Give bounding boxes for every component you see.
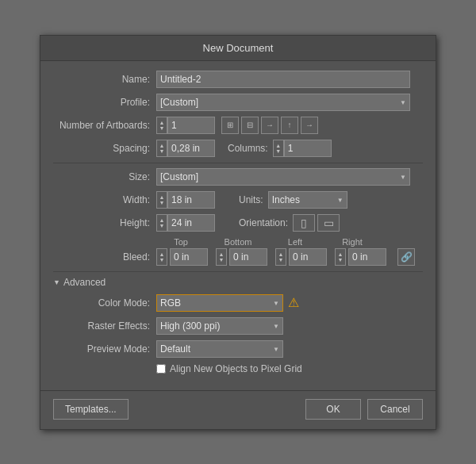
bleed-group: ▲ ▼ ▲ ▼ ▲ ▼ xyxy=(156,248,415,266)
btn-right-group: OK Cancel xyxy=(305,399,423,420)
columns-spinner: ▲ ▼ xyxy=(273,140,332,157)
artboards-input[interactable] xyxy=(167,117,215,134)
bleed-left-spinner-btn[interactable]: ▲ ▼ xyxy=(275,248,286,266)
align-checkbox-label: Align New Objects to Pixel Grid xyxy=(170,363,302,374)
advanced-arrow-icon: ▼ xyxy=(53,278,60,286)
preview-row: Preview Mode: Default xyxy=(61,340,423,358)
size-row: Size: [Custom] xyxy=(53,168,423,186)
preview-select-wrapper: Default xyxy=(156,340,283,358)
artboard-icons-group: ⊞ ⊟ → ↑ → xyxy=(221,117,318,134)
orientation-label: Orientation: xyxy=(239,217,288,228)
warning-icon: ⚠ xyxy=(288,295,299,310)
raster-select[interactable]: High (300 ppi) xyxy=(156,317,283,335)
bleed-right-spinner-btn[interactable]: ▲ ▼ xyxy=(335,248,346,266)
spacing-row: Spacing: ▲ ▼ Columns: ▲ ▼ xyxy=(53,140,423,157)
dialog-title: New Document xyxy=(40,36,436,61)
bleed-row: Bleed: ▲ ▼ ▲ ▼ xyxy=(53,248,423,266)
profile-select[interactable]: [Custom] xyxy=(156,94,410,111)
artboards-label: Number of Artboards: xyxy=(53,120,156,131)
bleed-bottom-col-label: Bottom xyxy=(213,237,263,247)
columns-input[interactable] xyxy=(284,140,332,157)
bleed-right-item: ▲ ▼ xyxy=(335,248,386,266)
size-select-wrapper: [Custom] xyxy=(156,168,410,186)
portrait-btn[interactable]: ▯ xyxy=(293,214,315,232)
units-select-wrapper: Inches xyxy=(268,191,347,209)
bleed-labels-row: Top Bottom Left Right xyxy=(53,237,423,247)
bleed-left-col-label: Left xyxy=(271,237,320,247)
artboard-row-icon[interactable]: ⊟ xyxy=(241,117,259,134)
artboards-spinner: ▲ ▼ xyxy=(156,117,215,134)
bleed-left-input[interactable] xyxy=(289,248,327,266)
bleed-top-input[interactable] xyxy=(170,248,208,266)
width-input[interactable] xyxy=(167,191,215,209)
name-row: Name: xyxy=(53,71,423,88)
preview-select[interactable]: Default xyxy=(156,340,283,358)
bleed-link-icon[interactable]: 🔗 xyxy=(397,248,415,266)
spacing-label: Spacing: xyxy=(53,143,156,154)
units-select[interactable]: Inches xyxy=(268,191,347,209)
landscape-btn[interactable]: ▭ xyxy=(317,214,340,232)
width-spinner: ▲ ▼ xyxy=(156,191,215,209)
profile-label: Profile: xyxy=(53,97,156,108)
advanced-content: Color Mode: RGB CMYK ⚠ Raster Effects: xyxy=(53,294,423,374)
artboard-arrange-left-icon[interactable]: ↑ xyxy=(281,117,298,134)
units-label: Units: xyxy=(239,194,263,205)
spacing-spinner: ▲ ▼ xyxy=(156,140,215,157)
bleed-top-item: ▲ ▼ xyxy=(156,248,208,266)
size-label: Size: xyxy=(53,171,156,182)
artboards-row: Number of Artboards: ▲ ▼ ⊞ ⊟ → ↑ → xyxy=(53,117,423,134)
height-input[interactable] xyxy=(167,214,215,232)
color-mode-select[interactable]: RGB CMYK xyxy=(156,294,283,312)
artboard-grid-icon[interactable]: ⊞ xyxy=(221,117,239,134)
profile-select-wrapper: [Custom] xyxy=(156,94,410,111)
raster-row: Raster Effects: High (300 ppi) xyxy=(61,317,423,335)
height-spinner-btn[interactable]: ▲ ▼ xyxy=(156,214,167,232)
name-input[interactable] xyxy=(156,71,410,88)
dialog-footer: Templates... OK Cancel xyxy=(40,390,436,429)
bleed-top-col-label: Top xyxy=(156,237,205,247)
columns-label: Columns: xyxy=(228,143,268,154)
bleed-label: Bleed: xyxy=(53,251,156,263)
preview-label: Preview Mode: xyxy=(61,343,156,355)
width-row: Width: ▲ ▼ Units: Inches xyxy=(53,191,423,209)
artboard-arrange-right-icon[interactable]: → xyxy=(261,117,278,134)
profile-row: Profile: [Custom] xyxy=(53,94,423,111)
align-checkbox[interactable] xyxy=(156,364,166,374)
align-checkbox-row: Align New Objects to Pixel Grid xyxy=(61,363,423,374)
cancel-button[interactable]: Cancel xyxy=(367,399,423,420)
width-label: Width: xyxy=(53,194,156,205)
height-label: Height: xyxy=(53,217,156,228)
color-mode-row: Color Mode: RGB CMYK ⚠ xyxy=(61,294,423,312)
bleed-bottom-input[interactable] xyxy=(229,248,267,266)
bleed-bottom-item: ▲ ▼ xyxy=(216,248,267,266)
width-spinner-btn[interactable]: ▲ ▼ xyxy=(156,191,167,209)
bleed-right-col-label: Right xyxy=(328,237,377,247)
new-document-dialog: New Document Name: Profile: [Custom] Num… xyxy=(40,35,436,430)
ok-button[interactable]: OK xyxy=(305,399,361,420)
advanced-label: Advanced xyxy=(63,277,106,288)
artboards-spinner-btn[interactable]: ▲ ▼ xyxy=(156,117,167,134)
bleed-top-spinner-btn[interactable]: ▲ ▼ xyxy=(156,248,167,266)
height-orientation-row: Height: ▲ ▼ Orientation: ▯ ▭ xyxy=(53,214,423,232)
raster-label: Raster Effects: xyxy=(61,320,156,332)
landscape-icon: ▭ xyxy=(324,217,334,229)
raster-select-wrapper: High (300 ppi) xyxy=(156,317,283,335)
bleed-bottom-spinner-btn[interactable]: ▲ ▼ xyxy=(216,248,227,266)
advanced-toggle[interactable]: ▼ Advanced xyxy=(53,277,423,288)
name-label: Name: xyxy=(53,74,156,85)
spacing-input[interactable] xyxy=(167,140,215,157)
size-select[interactable]: [Custom] xyxy=(156,168,410,186)
bleed-left-item: ▲ ▼ xyxy=(275,248,327,266)
columns-spinner-btn[interactable]: ▲ ▼ xyxy=(273,140,284,157)
color-mode-select-wrapper: RGB CMYK xyxy=(156,294,283,312)
spacing-spinner-btn[interactable]: ▲ ▼ xyxy=(156,140,167,157)
templates-button[interactable]: Templates... xyxy=(53,399,129,420)
advanced-section: ▼ Advanced Color Mode: RGB CMYK ⚠ xyxy=(53,277,423,374)
height-spinner: ▲ ▼ xyxy=(156,214,215,232)
portrait-icon: ▯ xyxy=(301,217,307,229)
artboard-arrange-icon2[interactable]: → xyxy=(301,117,318,134)
bleed-right-input[interactable] xyxy=(348,248,386,266)
color-mode-label: Color Mode: xyxy=(61,297,156,309)
